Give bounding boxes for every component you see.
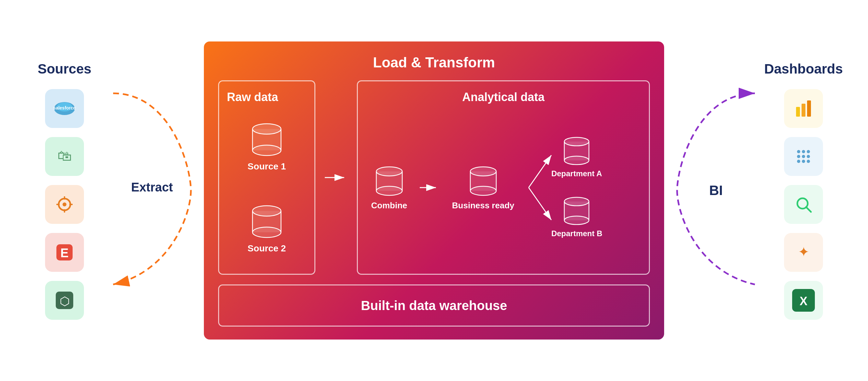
shopify-icon: 🛍 — [45, 137, 84, 176]
svg-point-46 — [564, 156, 589, 165]
svg-point-30 — [376, 186, 402, 195]
svg-point-23 — [252, 227, 281, 237]
combine-cyl-svg — [375, 165, 404, 197]
analytical-flow: Combine — [366, 110, 641, 265]
extract-zone: Extract — [100, 41, 204, 340]
raw-analytical-arrow-svg — [323, 168, 349, 187]
svg-point-65 — [807, 155, 810, 158]
svg-rect-58 — [807, 100, 811, 117]
excel-icon: X — [784, 281, 823, 320]
svg-point-68 — [807, 160, 810, 163]
engage-icon: E — [45, 233, 84, 272]
power-bi-icon — [784, 89, 823, 128]
dept-a-cyl — [563, 136, 591, 166]
svg-text:X: X — [800, 294, 807, 308]
source1-item: Source 1 — [248, 122, 286, 172]
combine-cylinder: Combine — [371, 165, 407, 211]
warehouse-box: Built-in data warehouse — [218, 284, 650, 326]
dashboards-panel: Dashboards — [768, 61, 839, 320]
tableau-icon: ✦ — [784, 233, 823, 272]
dept-zone: Department A Department B — [525, 136, 636, 240]
dept-a-item: Department A — [551, 136, 602, 178]
salesforce-icon: salesforce — [45, 89, 84, 128]
svg-line-43 — [529, 188, 551, 220]
bi-zone: BI — [664, 41, 768, 340]
svg-point-37 — [470, 186, 496, 195]
svg-text:⬡: ⬡ — [60, 294, 70, 308]
business-ready-cylinder: Business ready — [452, 165, 515, 211]
sources-title: Sources — [38, 61, 91, 77]
svg-point-64 — [802, 155, 805, 158]
svg-point-67 — [802, 160, 805, 163]
dashboards-title: Dashboards — [764, 61, 843, 77]
sources-panel: Sources salesforce 🛍 — [29, 61, 100, 320]
svg-rect-56 — [796, 107, 800, 117]
source2-item: Source 2 — [248, 204, 286, 254]
raw-data-title: Raw data — [227, 90, 307, 104]
source2-label: Source 2 — [248, 243, 286, 254]
load-transform-box: Load & Transform Raw data — [204, 41, 664, 340]
bi-arrow-svg — [671, 77, 762, 304]
main-content-row: Raw data Source 1 — [218, 81, 650, 275]
raw-to-analytical-arrow — [323, 81, 349, 275]
hubspot-icon — [45, 185, 84, 224]
svg-point-51 — [564, 216, 589, 224]
analytical-title: Analytical data — [366, 90, 641, 104]
svg-point-63 — [797, 155, 800, 158]
svg-line-42 — [529, 155, 551, 188]
warehouse-title: Built-in data warehouse — [361, 298, 507, 313]
combine-label: Combine — [371, 200, 407, 211]
svg-point-66 — [797, 160, 800, 163]
svg-point-60 — [797, 150, 800, 153]
svg-point-62 — [807, 150, 810, 153]
analytical-box: Analytical data Combine — [357, 81, 650, 275]
extract-arrow-svg — [106, 77, 197, 304]
business-ready-label: Business ready — [452, 200, 515, 211]
dept-b-cyl — [563, 196, 591, 226]
raw-data-items: Source 1 Source 2 — [227, 110, 307, 265]
svg-rect-57 — [802, 104, 805, 117]
dept-b-label: Department B — [551, 229, 602, 238]
br-cyl-svg — [469, 165, 498, 197]
svg-text:salesforce: salesforce — [53, 105, 75, 110]
zendesk-icon: ⬡ — [45, 281, 84, 320]
svg-text:✦: ✦ — [798, 244, 809, 259]
source1-cylinder — [251, 122, 283, 157]
main-container: Sources salesforce 🛍 — [29, 21, 839, 360]
source1-label: Source 1 — [248, 161, 286, 172]
dots-grid-icon — [784, 137, 823, 176]
source2-cylinder — [251, 204, 283, 240]
looker-icon — [784, 185, 823, 224]
main-box-title: Load & Transform — [218, 55, 650, 71]
combine-br-arrow — [418, 180, 441, 196]
dept-b-item: Department B — [551, 196, 602, 238]
svg-point-6 — [63, 202, 66, 207]
raw-data-box: Raw data Source 1 — [218, 81, 315, 275]
svg-point-18 — [252, 145, 281, 156]
svg-point-61 — [802, 150, 805, 153]
svg-text:E: E — [60, 246, 68, 260]
dept-a-label: Department A — [551, 169, 602, 178]
svg-text:🛍: 🛍 — [57, 148, 72, 164]
